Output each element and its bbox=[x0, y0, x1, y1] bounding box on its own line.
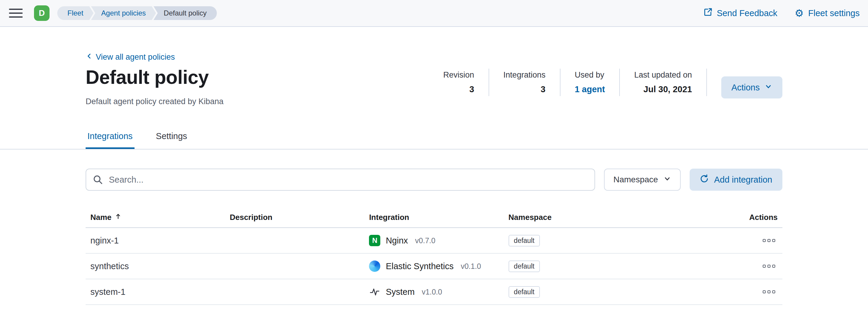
send-feedback-label: Send Feedback bbox=[717, 8, 777, 18]
stat-label: Used by bbox=[575, 70, 605, 80]
namespace-badge: default bbox=[508, 235, 540, 246]
breadcrumb-fleet[interactable]: Fleet bbox=[57, 6, 93, 20]
column-label: Name bbox=[90, 213, 112, 222]
namespace-badge: default bbox=[508, 286, 540, 298]
sort-ascending-icon bbox=[115, 213, 122, 222]
namespace-badge: default bbox=[508, 261, 540, 272]
actions-button-label: Actions bbox=[732, 83, 760, 92]
back-link-label: View all agent policies bbox=[96, 53, 175, 62]
gear-icon: ⚙ bbox=[795, 8, 804, 18]
integration-name: System bbox=[386, 287, 414, 297]
menu-icon[interactable] bbox=[9, 6, 23, 20]
policy-tabs: Integrations Settings bbox=[86, 131, 782, 149]
breadcrumb: Fleet Agent policies Default policy bbox=[57, 6, 217, 20]
column-header-integration: Integration bbox=[364, 209, 503, 227]
namespace-filter-button[interactable]: Namespace bbox=[604, 169, 681, 191]
actions-button[interactable]: Actions bbox=[721, 77, 782, 98]
column-header-actions: Actions bbox=[745, 209, 782, 227]
space-avatar[interactable]: D bbox=[34, 5, 50, 21]
elastic-synthetics-icon bbox=[369, 261, 380, 272]
column-header-namespace: Namespace bbox=[504, 209, 643, 227]
top-header: D Fleet Agent policies Default policy Se… bbox=[0, 0, 868, 27]
policy-name: nginx-1 bbox=[86, 236, 225, 246]
stat-value: 3 bbox=[443, 85, 474, 94]
integration-version: v0.1.0 bbox=[461, 262, 481, 271]
breadcrumb-current-default-policy: Default policy bbox=[154, 6, 217, 20]
page-title: Default policy bbox=[86, 66, 223, 88]
integrations-table: Name Description Integration Namespace A… bbox=[86, 209, 782, 305]
chevron-down-icon bbox=[663, 175, 671, 185]
row-actions-icon[interactable] bbox=[760, 236, 778, 245]
table-row: synthetics Elastic Synthetics v0.1.0 def… bbox=[86, 254, 782, 279]
add-integration-icon bbox=[700, 174, 709, 185]
system-icon bbox=[369, 286, 380, 298]
tab-integrations[interactable]: Integrations bbox=[86, 131, 134, 149]
row-actions-icon[interactable] bbox=[760, 287, 778, 296]
integration-name: Nginx bbox=[386, 236, 408, 246]
table-row: nginx-1 N Nginx v0.7.0 default bbox=[86, 228, 782, 254]
integrations-toolbar: Namespace Add integration bbox=[86, 169, 782, 191]
view-all-agent-policies-link[interactable]: View all agent policies bbox=[86, 53, 175, 62]
stat-integrations: Integrations 3 bbox=[489, 69, 560, 96]
integration-version: v0.7.0 bbox=[415, 236, 435, 245]
send-feedback-link[interactable]: Send Feedback bbox=[703, 8, 777, 19]
nginx-icon: N bbox=[369, 235, 380, 246]
tab-settings[interactable]: Settings bbox=[154, 131, 189, 149]
chevron-down-icon bbox=[765, 83, 772, 92]
column-header-description: Description bbox=[225, 209, 364, 227]
namespace-filter-label: Namespace bbox=[614, 175, 658, 184]
tabs-divider bbox=[0, 149, 868, 150]
add-integration-button[interactable]: Add integration bbox=[690, 169, 782, 191]
column-header-name[interactable]: Name bbox=[86, 209, 225, 227]
stat-used-by: Used by 1 agent bbox=[560, 69, 620, 96]
stat-value: 3 bbox=[503, 85, 546, 94]
policy-page-header: View all agent policies Default policy D… bbox=[86, 53, 782, 106]
stat-value: Jul 30, 2021 bbox=[634, 85, 692, 94]
stat-last-updated: Last updated on Jul 30, 2021 bbox=[620, 69, 707, 96]
add-integration-label: Add integration bbox=[714, 175, 772, 185]
policy-name: synthetics bbox=[86, 262, 225, 271]
breadcrumb-agent-policies[interactable]: Agent policies bbox=[91, 6, 156, 20]
fleet-settings-link[interactable]: ⚙ Fleet settings bbox=[795, 8, 860, 18]
stat-revision: Revision 3 bbox=[443, 69, 489, 96]
integration-name: Elastic Synthetics bbox=[386, 262, 454, 271]
policy-name: system-1 bbox=[86, 287, 225, 297]
integration-version: v1.0.0 bbox=[422, 288, 442, 296]
stat-label: Last updated on bbox=[634, 70, 692, 80]
table-header-row: Name Description Integration Namespace A… bbox=[86, 209, 782, 228]
table-row: system-1 System v1.0.0 default bbox=[86, 279, 782, 305]
search-input[interactable] bbox=[86, 169, 595, 191]
page-subtitle: Default agent policy created by Kibana bbox=[86, 97, 223, 106]
search-icon bbox=[93, 175, 103, 186]
stat-label: Integrations bbox=[503, 70, 546, 80]
fleet-settings-label: Fleet settings bbox=[808, 8, 860, 18]
used-by-agents-link[interactable]: 1 agent bbox=[575, 85, 605, 94]
stat-label: Revision bbox=[443, 70, 474, 80]
chevron-left-icon bbox=[86, 53, 93, 62]
row-actions-icon[interactable] bbox=[760, 262, 778, 271]
external-link-icon bbox=[703, 8, 712, 19]
